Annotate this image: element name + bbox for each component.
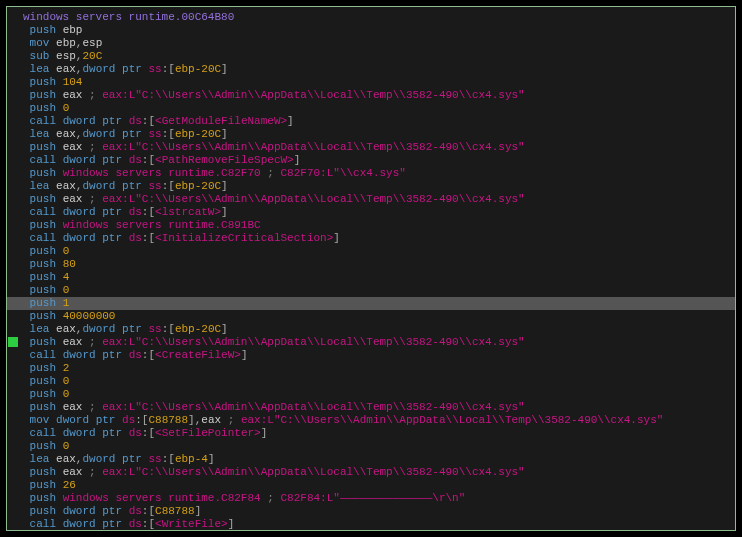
label-header: windows servers runtime.00C64B80 — [7, 11, 735, 24]
asm-line: push windows servers runtime.C891BC — [7, 219, 735, 232]
asm-line: push 0 — [7, 245, 735, 258]
asm-line: push 4 — [7, 271, 735, 284]
asm-line: push 40000000 — [7, 310, 735, 323]
asm-line: call dword ptr ds:[<PathRemoveFileSpecW>… — [7, 154, 735, 167]
asm-line: lea eax,dword ptr ss:[ebp-20C] — [7, 180, 735, 193]
asm-line: call dword ptr ds:[<lstrcatW>] — [7, 206, 735, 219]
asm-line: mov dword ptr ds:[C88788],eax ; eax:L"C:… — [7, 414, 735, 427]
asm-line: push 2 — [7, 362, 735, 375]
asm-line: push eax ; eax:L"C:\\Users\\Admin\\AppDa… — [7, 401, 735, 414]
asm-line-highlighted[interactable]: push 1 — [7, 297, 735, 310]
asm-line: push eax ; eax:L"C:\\Users\\Admin\\AppDa… — [7, 141, 735, 154]
asm-line: push 104 — [7, 76, 735, 89]
asm-line: push 0 — [7, 375, 735, 388]
asm-line: push ebp — [7, 24, 735, 37]
asm-line: push 0 — [7, 102, 735, 115]
asm-line-breakpoint[interactable]: push eax ; eax:L"C:\\Users\\Admin\\AppDa… — [7, 336, 735, 349]
asm-line: push 0 — [7, 388, 735, 401]
asm-line: call dword ptr ds:[<SetFilePointer>] — [7, 427, 735, 440]
asm-line: push eax ; eax:L"C:\\Users\\Admin\\AppDa… — [7, 89, 735, 102]
asm-line: lea eax,dword ptr ss:[ebp-4] — [7, 453, 735, 466]
asm-line: call dword ptr ds:[<InitializeCriticalSe… — [7, 232, 735, 245]
asm-line: lea eax,dword ptr ss:[ebp-20C] — [7, 63, 735, 76]
asm-line: call dword ptr ds:[<CreateFileW>] — [7, 349, 735, 362]
asm-line: push eax ; eax:L"C:\\Users\\Admin\\AppDa… — [7, 193, 735, 206]
asm-line: push windows servers runtime.C82F70 ; C8… — [7, 167, 735, 180]
breakpoint-icon[interactable] — [8, 337, 18, 347]
asm-line: call dword ptr ds:[<GetModuleFileNameW>] — [7, 115, 735, 128]
asm-line: push 0 — [7, 284, 735, 297]
asm-line: push 26 — [7, 479, 735, 492]
asm-line: push 80 — [7, 258, 735, 271]
asm-line: push dword ptr ds:[C88788] — [7, 505, 735, 518]
asm-line: sub esp,20C — [7, 50, 735, 63]
asm-line: mov ebp,esp — [7, 37, 735, 50]
asm-line: push eax ; eax:L"C:\\Users\\Admin\\AppDa… — [7, 466, 735, 479]
asm-line: push 0 — [7, 440, 735, 453]
asm-line: call dword ptr ds:[<WriteFile>] — [7, 518, 735, 531]
disassembly-frame: windows servers runtime.00C64B80 push eb… — [6, 6, 736, 531]
asm-line: push windows servers runtime.C82F84 ; C8… — [7, 492, 735, 505]
asm-line: lea eax,dword ptr ss:[ebp-20C] — [7, 323, 735, 336]
asm-line: lea eax,dword ptr ss:[ebp-20C] — [7, 128, 735, 141]
